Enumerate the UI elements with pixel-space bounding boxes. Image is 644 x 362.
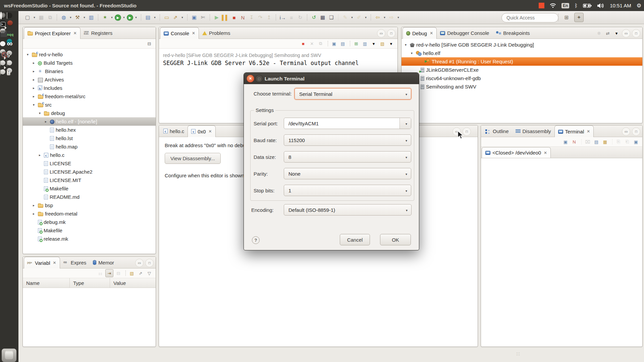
terminal-settings[interactable]: ▣ bbox=[632, 138, 640, 145]
tree-item[interactable]: Makefile bbox=[23, 226, 156, 235]
maximize-button[interactable]: □ bbox=[145, 259, 154, 267]
save[interactable]: ▦ bbox=[37, 13, 45, 21]
minimize-button[interactable]: ▭ bbox=[622, 29, 630, 38]
tab[interactable]: Variabl ✕ bbox=[24, 257, 60, 268]
quick-access-input[interactable] bbox=[501, 13, 558, 22]
tree-item[interactable]: debug.mk bbox=[23, 218, 156, 226]
expander-icon[interactable]: ▸ bbox=[39, 153, 44, 157]
tab[interactable]: Debug ✕ bbox=[402, 27, 437, 39]
close-icon[interactable]: ✕ bbox=[192, 31, 195, 36]
tree-item[interactable]: ▸ Archives bbox=[23, 75, 156, 84]
tab[interactable]: Project Explorer ✕ bbox=[24, 27, 80, 39]
close-icon[interactable]: ✕ bbox=[73, 31, 77, 36]
minimize-button[interactable]: ▭ bbox=[377, 29, 385, 38]
ok-button[interactable]: OK bbox=[380, 234, 411, 245]
paste[interactable]: ⎗ bbox=[624, 138, 631, 145]
tab[interactable]: Breakpoints ✕ bbox=[492, 27, 533, 39]
save-all[interactable]: ⧉ bbox=[46, 13, 54, 21]
forward[interactable]: ⇨ bbox=[387, 13, 395, 21]
load[interactable]: ▭ bbox=[163, 13, 171, 21]
remove-launch[interactable]: ✕ bbox=[308, 40, 316, 47]
tree-item[interactable]: release.mk bbox=[23, 235, 156, 243]
openocd[interactable]: ❑ bbox=[327, 13, 335, 21]
close-icon[interactable]: ✕ bbox=[209, 129, 212, 134]
help-button[interactable]: ? bbox=[252, 236, 260, 244]
expander-icon[interactable]: ▸ bbox=[33, 203, 38, 207]
debug-tree-item[interactable]: ▾ hello.elf bbox=[401, 49, 642, 57]
new-rendering[interactable]: ▧ bbox=[128, 269, 136, 277]
debug-tree-item[interactable]: JLinkGDBServerCLExe bbox=[401, 66, 642, 74]
expander-icon[interactable]: ▾ bbox=[27, 53, 32, 56]
pin-highlight[interactable]: ✎ bbox=[341, 13, 349, 21]
choose-terminal-select[interactable]: Serial Terminal ▾ bbox=[294, 88, 411, 100]
field-select[interactable]: 8 ▾ bbox=[284, 151, 411, 163]
encoding-select[interactable]: Default (ISO-8859-1) ▾ bbox=[284, 204, 412, 216]
view-menu[interactable]: ▾ bbox=[613, 30, 620, 37]
skip-all-breakpoints[interactable]: ◍ bbox=[60, 13, 68, 21]
open-console-dropdown[interactable]: ▾ bbox=[387, 40, 395, 47]
copy[interactable]: ⎘ bbox=[615, 138, 622, 145]
disconnect-terminal[interactable]: N bbox=[571, 138, 578, 145]
run-external[interactable]: ▶ bbox=[127, 14, 133, 21]
build[interactable]: ⚒ bbox=[73, 13, 82, 21]
clock[interactable]: 10:51 AM bbox=[610, 3, 631, 8]
upload-dropdown[interactable]: ▾ bbox=[180, 13, 184, 21]
trash-icon[interactable] bbox=[2, 349, 16, 362]
mark-occurrences[interactable]: ✐ bbox=[355, 13, 363, 21]
build-dropdown[interactable]: ▾ bbox=[82, 13, 87, 21]
close-icon[interactable]: ✕ bbox=[53, 260, 56, 265]
view-sync[interactable]: ⇄ bbox=[604, 30, 611, 37]
launcher-item[interactable] bbox=[7, 68, 12, 73]
volume-icon[interactable] bbox=[597, 3, 604, 8]
expander-icon[interactable]: ▸ bbox=[33, 69, 38, 73]
tree-item[interactable]: ▾ debug bbox=[23, 109, 156, 117]
show-command-input[interactable]: ⌧ bbox=[584, 138, 591, 145]
field-select[interactable]: /dev/ttyACM1 ▾ bbox=[284, 118, 411, 129]
refresh-debug[interactable]: ↻ bbox=[296, 13, 304, 21]
tab[interactable]: Problems ✕ bbox=[199, 27, 233, 39]
dialog-titlebar[interactable]: ✕ ▢ Launch Terminal bbox=[244, 73, 419, 84]
profile-dropdown[interactable]: ▾ bbox=[153, 13, 157, 21]
view-disassembly-button[interactable]: View Disassembly... bbox=[165, 153, 221, 164]
open-console[interactable]: ▧ bbox=[379, 40, 386, 47]
debug-tree-item[interactable]: ▾ red-v-hello [SiFive GDB SEGGER J-Link … bbox=[401, 41, 642, 49]
step-over[interactable]: ↷ bbox=[256, 13, 264, 21]
memory-monitor[interactable]: ▦ bbox=[319, 13, 327, 21]
debug-tree-item[interactable]: Thread #1 (Running : User Request) bbox=[401, 57, 642, 66]
pin-dropdown[interactable]: ▾ bbox=[350, 13, 354, 21]
run-external-dropdown[interactable]: ▾ bbox=[134, 13, 138, 21]
remove-all-launches[interactable]: ⧉ bbox=[317, 40, 324, 47]
launcher-item[interactable] bbox=[0, 41, 5, 46]
launcher-item[interactable] bbox=[7, 31, 12, 36]
editor-tab[interactable]: 0x0 ✕ bbox=[187, 125, 215, 137]
scroll-lock[interactable]: ▤ bbox=[339, 40, 346, 47]
dialog-restore-button[interactable]: ▢ bbox=[255, 75, 263, 82]
cancel-button[interactable]: Cancel bbox=[340, 234, 370, 245]
link-with-editor[interactable]: ✲ bbox=[595, 30, 603, 37]
tree-item[interactable]: hello.lst bbox=[23, 134, 156, 142]
tree-item[interactable]: ▸ freedom-metal/src bbox=[23, 92, 156, 101]
forward-dropdown[interactable]: ▾ bbox=[396, 13, 400, 21]
tree-item[interactable]: LICENSE.Apache2 bbox=[23, 168, 156, 176]
launcher-item[interactable] bbox=[0, 20, 6, 26]
show-logical-structure[interactable]: ⇥ bbox=[105, 269, 113, 277]
tab[interactable]: Memor ✕ bbox=[90, 257, 117, 268]
editor-tab[interactable]: hello.c ✕ bbox=[160, 125, 187, 137]
dialog-close-button[interactable]: ✕ bbox=[247, 75, 254, 82]
debug-tree-item[interactable]: Semihosting and SWV bbox=[401, 82, 642, 91]
launcher-item[interactable] bbox=[7, 13, 12, 18]
clear-console[interactable]: ⊞ bbox=[353, 40, 360, 47]
field-select[interactable]: 115200 ▾ bbox=[284, 134, 411, 146]
launcher-item[interactable] bbox=[7, 51, 12, 56]
tree-item[interactable]: LICENSE bbox=[23, 159, 156, 168]
tab[interactable]: Debugger Console ✕ bbox=[437, 27, 492, 39]
expander-icon[interactable]: ▾ bbox=[39, 111, 44, 115]
tree-item[interactable]: ▾ src bbox=[23, 101, 156, 109]
tab[interactable]: Disassembly ✕ bbox=[512, 125, 554, 137]
back[interactable]: ⇦ bbox=[374, 13, 382, 21]
tree-item[interactable]: hello.hex bbox=[23, 126, 156, 134]
tab[interactable]: Console ✕ bbox=[160, 27, 199, 39]
collapse-all[interactable]: ⊟ bbox=[146, 40, 153, 47]
tab[interactable]: Outline ✕ bbox=[482, 125, 512, 137]
expander-icon[interactable]: ▾ bbox=[405, 43, 410, 47]
